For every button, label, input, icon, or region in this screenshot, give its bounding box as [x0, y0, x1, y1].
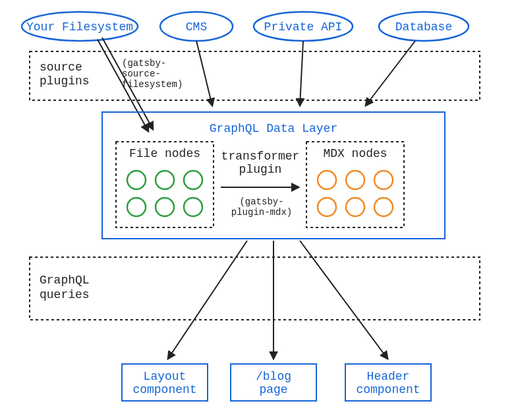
queries-box: GraphQL queries: [30, 257, 480, 320]
queries-label-2: queries: [40, 288, 90, 301]
source-filesystem-label: Your Filesystem: [26, 20, 133, 34]
component-layout-label-1: Layout: [144, 370, 187, 383]
queries-label-1: GraphQL: [40, 274, 90, 287]
svg-rect-22: [30, 257, 480, 320]
arrow-database: [366, 41, 415, 105]
transformer-label-1: transformer: [221, 150, 300, 163]
file-nodes-box: File nodes: [116, 142, 214, 227]
svg-point-9: [127, 171, 146, 189]
arrow-to-header: [300, 241, 388, 359]
svg-rect-4: [30, 51, 480, 100]
svg-point-11: [184, 171, 202, 189]
source-plugins-label-1: source: [40, 61, 82, 74]
source-plugins-example-3: filesystem): [122, 79, 183, 90]
source-database-label: Database: [395, 20, 452, 34]
file-nodes-label: File nodes: [129, 147, 200, 160]
source-private-api: Private API: [254, 12, 353, 41]
svg-point-18: [374, 171, 393, 189]
diagram-canvas: Your Filesystem CMS Private API Database…: [0, 0, 518, 420]
mdx-nodes-icons: [318, 171, 393, 216]
source-private-api-label: Private API: [264, 20, 343, 34]
data-layer-box: GraphQL Data Layer File nodes transforme…: [102, 112, 445, 239]
transformer-example-2: plugin-mdx): [231, 207, 292, 218]
transformer-section: transformer plugin (gatsby- plugin-mdx): [221, 150, 299, 218]
component-layout-label-2: component: [132, 383, 196, 396]
source-plugins-example-1: (gatsby-: [122, 58, 166, 69]
source-cms-label: CMS: [186, 20, 207, 34]
mdx-nodes-label: MDX nodes: [323, 147, 387, 160]
source-plugins-example-2: source-: [122, 69, 161, 79]
data-layer-title: GraphQL Data Layer: [210, 122, 337, 135]
arrow-private-api: [300, 41, 303, 105]
source-cms: CMS: [160, 12, 233, 41]
svg-point-16: [318, 171, 336, 189]
file-nodes-icons: [127, 171, 202, 216]
svg-point-12: [127, 198, 146, 216]
arrow-cms: [196, 41, 212, 105]
svg-point-14: [184, 198, 202, 216]
svg-point-13: [156, 198, 174, 216]
component-blog: /blog page: [231, 364, 316, 401]
svg-point-17: [346, 171, 364, 189]
source-filesystem: Your Filesystem: [22, 12, 138, 41]
component-header-label-1: Header: [367, 370, 410, 383]
component-header-label-2: component: [356, 383, 420, 396]
source-database: Database: [379, 12, 469, 41]
component-header: Header component: [345, 364, 431, 401]
source-plugins-box: source plugins (gatsby- source- filesyst…: [30, 51, 480, 100]
svg-point-21: [374, 198, 393, 216]
component-blog-label-1: /blog: [256, 370, 291, 383]
arrow-to-layout: [168, 241, 247, 359]
component-blog-label-2: page: [259, 383, 287, 396]
source-plugins-label-2: plugins: [40, 75, 90, 88]
svg-point-10: [156, 171, 174, 189]
transformer-label-2: plugin: [239, 163, 282, 176]
svg-point-19: [318, 198, 336, 216]
transformer-example-1: (gatsby-: [239, 196, 283, 207]
mdx-nodes-box: MDX nodes: [306, 142, 404, 227]
component-layout: Layout component: [122, 364, 208, 401]
svg-point-20: [346, 198, 364, 216]
